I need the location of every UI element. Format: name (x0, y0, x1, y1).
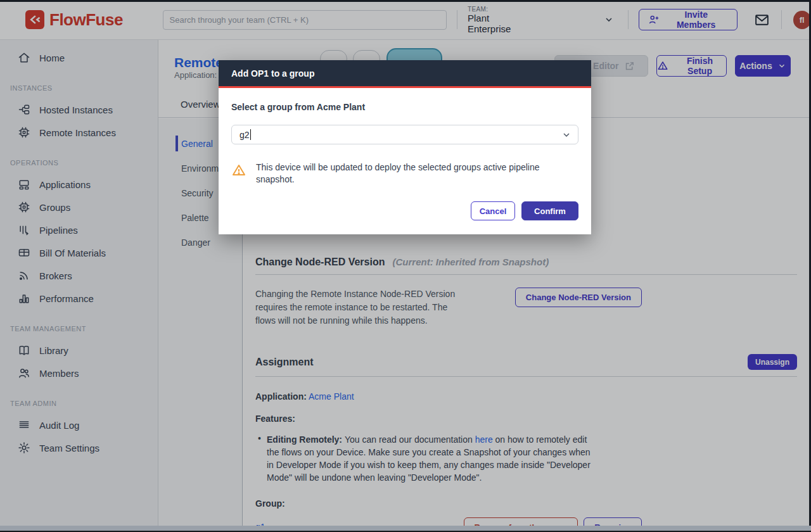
modal-warning-text: This device will be updated to deploy th… (256, 162, 554, 186)
window-edge-top (0, 0, 811, 2)
modal-prompt: Select a group from Acme Plant (231, 102, 578, 112)
group-select-value: g2 (239, 130, 250, 140)
text-caret (250, 129, 251, 140)
chevron-down-icon[interactable] (561, 130, 572, 140)
warning-triangle-icon (231, 163, 246, 186)
window-edge-bottom (0, 526, 811, 531)
add-to-group-modal: Add OP1 to a group Select a group from A… (219, 60, 591, 234)
modal-header: Add OP1 to a group (219, 60, 591, 88)
modal-title: Add OP1 to a group (231, 68, 314, 79)
group-select-input[interactable]: g2 (231, 125, 578, 144)
app-window: FlowFuse TEAM: Plant Enterprise Invite M… (0, 0, 811, 532)
modal-warning: This device will be updated to deploy th… (231, 162, 578, 186)
confirm-button[interactable]: Confirm (521, 201, 578, 220)
cancel-button[interactable]: Cancel (471, 201, 515, 220)
